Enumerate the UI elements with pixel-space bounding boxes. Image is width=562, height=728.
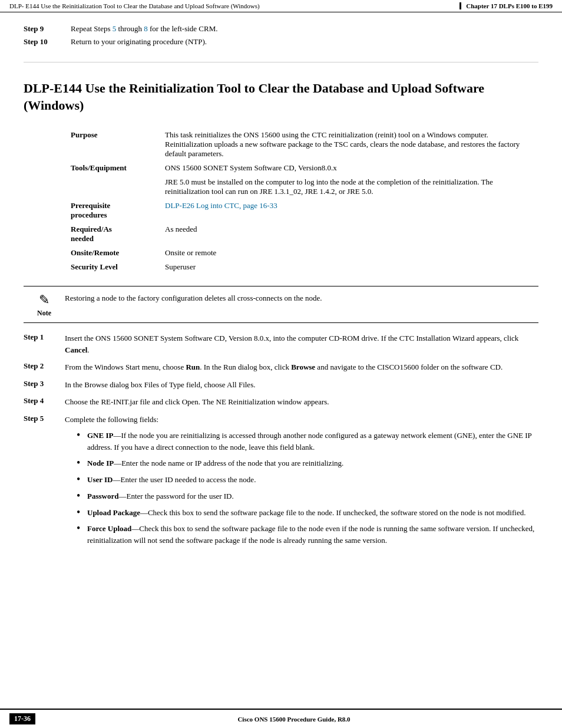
chapter-reference: Chapter 17 DLPs E100 to E199 — [459, 2, 553, 9]
info-label-tools: Tools/Equipment — [24, 161, 141, 175]
step-3-desc: In the Browse dialog box Files of Type f… — [65, 379, 538, 391]
page-footer: 17-36 Cisco ONS 15600 Procedure Guide, R… — [0, 709, 562, 728]
bullet-text-password: Password—Enter the password for the user… — [87, 490, 538, 502]
bullet-list: • GNE IP—If the node you are reinitializ… — [77, 430, 538, 546]
bullet-text-userid: User ID—Enter the user ID needed to acce… — [87, 474, 538, 486]
info-row-purpose: Purpose This task reinitializes the ONS … — [24, 128, 538, 161]
info-row-prereq: Prerequisite procedures DLP-E26 Log into… — [24, 199, 538, 222]
bullet-dot-4: • — [77, 490, 87, 502]
step-2-desc: From the Windows Start menu, choose Run.… — [65, 361, 538, 373]
top-steps-section: Step 9 Repeat Steps 5 through 8 for the … — [24, 24, 538, 62]
step-5-desc: Complete the following fields: • GNE IP—… — [65, 414, 538, 551]
bullet-dot-2: • — [77, 457, 87, 469]
info-row-security: Security Level Superuser — [24, 260, 538, 274]
step-10-content: Return to your originating procedure (NT… — [71, 37, 538, 47]
step-item-4: Step 4 Choose the RE-INIT.jar file and c… — [24, 396, 538, 408]
bullet-item-force: • Force Upload—Check this box to send th… — [77, 523, 538, 546]
main-content: Step 9 Repeat Steps 5 through 8 for the … — [0, 12, 562, 568]
info-row-onsite: Onsite/Remote Onsite or remote — [24, 246, 538, 260]
step-4-desc: Choose the RE-INIT.jar file and click Op… — [65, 396, 538, 408]
info-row-required: Required/As needed As needed — [24, 222, 538, 246]
info-row-tools: Tools/Equipment ONS 15600 SONET System S… — [24, 161, 538, 175]
step-item-3: Step 3 In the Browse dialog box Files of… — [24, 379, 538, 391]
step-2-label: Step 2 — [24, 361, 65, 373]
note-icon-area: ✎ Note — [24, 291, 65, 318]
note-label: Note — [37, 309, 51, 318]
info-label-required: Required/As needed — [24, 222, 141, 246]
bullet-text-upload: Upload Package—Check this box to send th… — [87, 507, 538, 519]
bullet-text-force: Force Upload—Check this box to send the … — [87, 523, 538, 546]
info-value-onsite: Onsite or remote — [141, 246, 538, 260]
step-9-label: Step 9 — [24, 24, 71, 34]
bullet-dot-1: • — [77, 430, 87, 453]
bullet-item-gne: • GNE IP—If the node you are reinitializ… — [77, 430, 538, 453]
step-row-10: Step 10 Return to your originating proce… — [24, 37, 538, 47]
step-4-label: Step 4 — [24, 396, 65, 408]
step-row-9: Step 9 Repeat Steps 5 through 8 for the … — [24, 24, 538, 34]
info-label-tools2 — [24, 175, 141, 199]
prereq-link[interactable]: DLP-E26 Log into CTC, page 16-33 — [165, 201, 277, 210]
bullet-item-upload: • Upload Package—Check this box to send … — [77, 507, 538, 519]
info-table: Purpose This task reinitializes the ONS … — [24, 128, 538, 274]
step-item-2: Step 2 From the Windows Start menu, choo… — [24, 361, 538, 373]
info-label-security: Security Level — [24, 260, 141, 274]
info-label-onsite: Onsite/Remote — [24, 246, 141, 260]
info-label-prereq: Prerequisite procedures — [24, 199, 141, 222]
info-value-tools: ONS 15600 SONET System Software CD, Vers… — [141, 161, 538, 175]
breadcrumb: DLP- E144 Use the Reinitialization Tool … — [9, 2, 260, 9]
step-item-5: Step 5 Complete the following fields: • … — [24, 414, 538, 551]
step-3-label: Step 3 — [24, 379, 65, 391]
bullet-dot-3: • — [77, 474, 87, 486]
bullet-text-gne: GNE IP—If the node you are reinitializin… — [87, 430, 538, 453]
step-1-desc: Insert the ONS 15600 SONET System Softwa… — [65, 332, 538, 355]
bullet-text-nodeip: Node IP—Enter the node name or IP addres… — [87, 457, 538, 469]
bullet-item-nodeip: • Node IP—Enter the node name or IP addr… — [77, 457, 538, 469]
bullet-dot-5: • — [77, 507, 87, 519]
step-1-label: Step 1 — [24, 332, 65, 355]
steps-section: Step 1 Insert the ONS 15600 SONET System… — [24, 332, 538, 551]
info-value-purpose: This task reinitializes the ONS 15600 us… — [141, 128, 538, 161]
bullet-item-userid: • User ID—Enter the user ID needed to ac… — [77, 474, 538, 486]
step-5-label: Step 5 — [24, 414, 65, 551]
note-box: ✎ Note Restoring a node to the factory c… — [24, 286, 538, 323]
info-label-purpose: Purpose — [24, 128, 141, 161]
info-value-required: As needed — [141, 222, 538, 246]
note-text: Restoring a node to the factory configur… — [65, 291, 538, 303]
page-number: 17-36 — [9, 713, 35, 724]
bullet-dot-6: • — [77, 523, 87, 546]
step-8-link[interactable]: 8 — [144, 24, 148, 33]
page-header: DLP- E144 Use the Reinitialization Tool … — [0, 0, 562, 12]
note-icon: ✎ — [39, 292, 49, 308]
section-title: DLP-E144 Use the Reinitialization Tool t… — [24, 80, 538, 114]
bullet-item-password: • Password—Enter the password for the us… — [77, 490, 538, 502]
step-10-label: Step 10 — [24, 37, 71, 47]
step-9-content: Repeat Steps 5 through 8 for the left-si… — [71, 24, 538, 34]
footer-title: Cisco ONS 15600 Procedure Guide, R8.0 — [237, 716, 350, 723]
step-5-link[interactable]: 5 — [113, 24, 117, 33]
info-value-prereq: DLP-E26 Log into CTC, page 16-33 — [141, 199, 538, 222]
info-value-security: Superuser — [141, 260, 538, 274]
step-item-1: Step 1 Insert the ONS 15600 SONET System… — [24, 332, 538, 355]
info-row-tools2: JRE 5.0 must be installed on the compute… — [24, 175, 538, 199]
info-value-tools2: JRE 5.0 must be installed on the compute… — [141, 175, 538, 199]
